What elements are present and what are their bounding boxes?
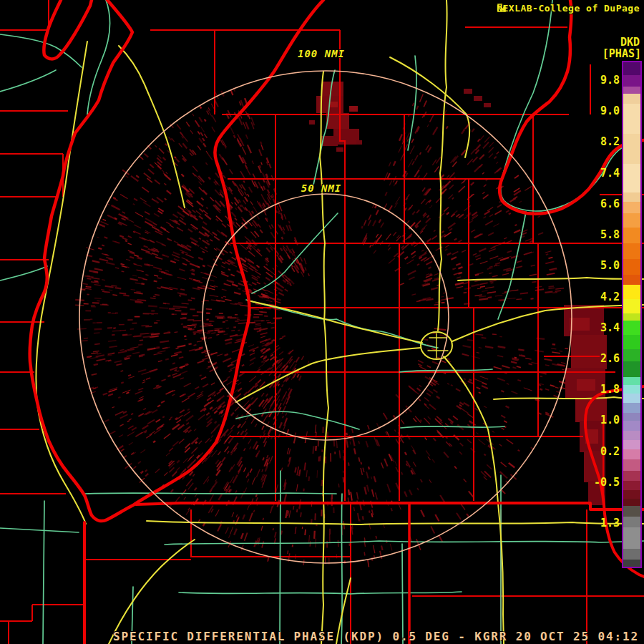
color-scale-segment — [623, 259, 640, 275]
color-scale-segment — [623, 471, 640, 481]
color-scale-segment — [623, 385, 640, 394]
color-scale-tick: 8.2 — [584, 135, 620, 148]
color-scale-segment — [623, 104, 640, 134]
credit-line: NEXLAB-College of DuPage — [497, 3, 640, 14]
color-scale-segment — [623, 134, 640, 164]
box-diagonal-arrow-icon — [497, 3, 507, 13]
color-scale-segment — [623, 440, 640, 449]
color-scale-segment — [623, 94, 640, 104]
radar-display: NEXLAB-College of DuPage DKD [PHAS] TH 1… — [0, 0, 644, 644]
color-scale-segment — [623, 506, 640, 517]
color-scale-segment — [623, 527, 640, 549]
color-scale-tick: 4.2 — [584, 291, 620, 303]
color-scale-segment — [623, 560, 640, 567]
range-ring-label: 100 NMI — [289, 48, 353, 59]
color-scale-segment — [623, 413, 640, 421]
range-ring-label: 50 NMI — [289, 182, 353, 194]
color-scale-tick: 0.2 — [584, 445, 620, 458]
color-scale-segment — [623, 299, 640, 313]
color-scale-tick: 6.6 — [584, 197, 620, 210]
color-scale-segment — [623, 421, 640, 431]
color-scale-segment — [623, 213, 640, 228]
color-scale-segment — [623, 335, 640, 349]
color-scale-segment — [623, 285, 640, 299]
color-scale-tick: 3.4 — [584, 321, 620, 334]
color-scale-segment — [623, 62, 640, 75]
color-scale-segment — [623, 459, 640, 471]
color-scale-segment — [623, 549, 640, 560]
color-scale-segment — [623, 490, 640, 499]
color-scale-segment — [623, 394, 640, 403]
color-scale-segment — [623, 192, 640, 202]
kdp-color-scale — [622, 61, 642, 568]
color-scale-tick: 1.0 — [584, 414, 620, 426]
product-units-label: [PHAS] — [585, 47, 641, 60]
color-scale-segment — [623, 87, 640, 94]
color-scale-segment — [623, 313, 640, 321]
color-scale-tick: 1.8 — [584, 383, 620, 396]
color-scale-segment — [623, 275, 640, 285]
color-scale-tick: 5.8 — [584, 228, 620, 241]
color-scale-tick: 1.3 — [584, 517, 620, 530]
color-scale-tick: 9.8 — [584, 74, 620, 87]
color-scale-segment — [623, 321, 640, 335]
color-scale-segment — [623, 349, 640, 361]
color-scale-segment — [623, 517, 640, 527]
color-scale-segment — [623, 481, 640, 490]
color-scale-segment — [623, 403, 640, 413]
credit-text: NEXLAB-College of DuPage — [497, 3, 640, 14]
color-scale-segment — [623, 361, 640, 377]
color-scale-tick: 7.4 — [584, 167, 620, 180]
color-scale-segment — [623, 202, 640, 213]
color-scale-segment — [623, 499, 640, 506]
color-scale-segment — [623, 431, 640, 440]
color-scale-tick: -0.5 — [584, 476, 620, 489]
color-scale-segment — [623, 449, 640, 459]
color-scale-tick: 5.0 — [584, 259, 620, 272]
color-scale-tick: 9.0 — [584, 104, 620, 117]
color-scale-segment — [623, 75, 640, 87]
color-scale-segment — [623, 243, 640, 259]
product-status-text: SPECIFIC DIFFERENTIAL PHASE (KDP) 0.5 DE… — [113, 630, 639, 643]
color-scale-segment — [623, 377, 640, 385]
color-scale-segment — [623, 164, 640, 192]
color-scale-tick: 2.6 — [584, 352, 620, 365]
color-scale-segment — [623, 228, 640, 243]
radar-map — [0, 0, 644, 644]
